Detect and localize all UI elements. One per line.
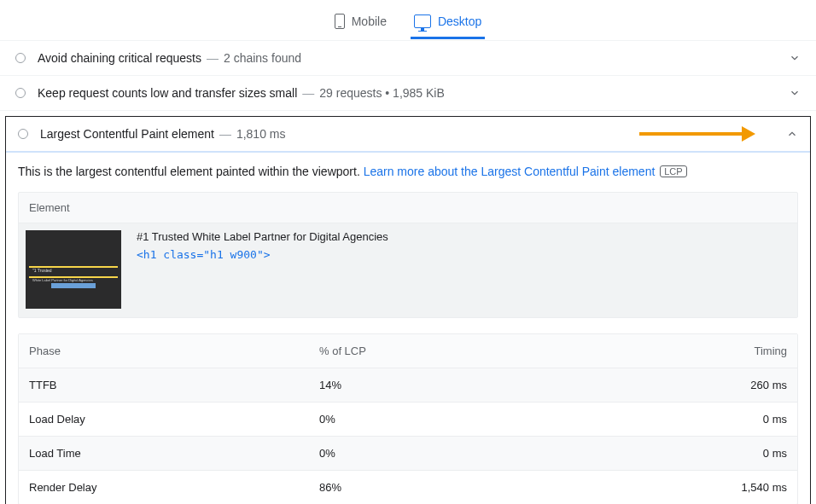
col-timing: Timing xyxy=(685,345,787,357)
mobile-icon xyxy=(335,14,345,29)
chevron-down-icon xyxy=(789,87,801,99)
element-box-header: Element xyxy=(19,193,797,223)
annotation-arrow xyxy=(639,126,755,142)
separator: — xyxy=(219,127,231,141)
learn-more-link[interactable]: Learn more about the Largest Contentful … xyxy=(364,165,656,178)
table-header-row: Phase % of LCP Timing xyxy=(19,334,797,368)
element-text: #1 Trusted White Label Partner for Digit… xyxy=(137,230,388,243)
audit-meta: 2 chains found xyxy=(224,51,301,65)
col-phase: Phase xyxy=(29,345,319,357)
tab-desktop[interactable]: Desktop xyxy=(411,6,485,39)
table-row: Load Time 0% 0 ms xyxy=(19,437,797,471)
audit-expanded: Largest Contentful Paint element — 1,810… xyxy=(5,116,811,504)
element-content: "1 Trusted White Label Partner for Digit… xyxy=(19,223,797,317)
chevron-up-icon xyxy=(786,128,798,140)
audit-row[interactable]: Avoid chaining critical requests — 2 cha… xyxy=(0,41,816,76)
table-row: Render Delay 86% 1,540 ms xyxy=(19,471,797,504)
chevron-down-icon xyxy=(789,52,801,64)
device-tabs: Mobile Desktop xyxy=(0,0,816,41)
audit-meta: 29 requests • 1,985 KiB xyxy=(319,86,445,100)
status-circle-icon xyxy=(15,53,26,63)
desktop-icon xyxy=(414,14,431,28)
audit-body: This is the largest contentful element p… xyxy=(6,153,810,504)
tab-mobile[interactable]: Mobile xyxy=(331,5,390,40)
status-circle-icon xyxy=(15,88,26,98)
table-row: Load Delay 0% 0 ms xyxy=(19,403,797,437)
tab-desktop-label: Desktop xyxy=(438,14,481,28)
element-thumbnail: "1 Trusted White Label Partner for Digit… xyxy=(26,230,121,309)
lcp-badge: LCP xyxy=(660,165,686,177)
desc-text: This is the largest contentful element p… xyxy=(18,165,364,178)
phase-table: Phase % of LCP Timing TTFB 14% 260 ms Lo… xyxy=(18,333,798,504)
audit-title: Largest Contentful Paint element xyxy=(40,127,214,141)
audit-title: Keep request counts low and transfer siz… xyxy=(38,86,297,100)
table-row: TTFB 14% 260 ms xyxy=(19,368,797,403)
separator: — xyxy=(302,86,314,100)
tab-mobile-label: Mobile xyxy=(352,14,387,28)
audit-description: This is the largest contentful element p… xyxy=(18,165,798,178)
status-circle-icon xyxy=(18,129,28,139)
col-pct: % of LCP xyxy=(319,345,685,357)
audit-header[interactable]: Largest Contentful Paint element — 1,810… xyxy=(6,117,810,153)
separator: — xyxy=(207,51,219,65)
audit-title: Avoid chaining critical requests xyxy=(38,51,201,65)
lcp-element-box: Element "1 Trusted White Label Partner f… xyxy=(18,192,798,318)
audit-row[interactable]: Keep request counts low and transfer siz… xyxy=(0,76,816,111)
audit-meta: 1,810 ms xyxy=(236,127,286,141)
element-selector[interactable]: <h1 class="h1 w900"> xyxy=(137,248,388,261)
